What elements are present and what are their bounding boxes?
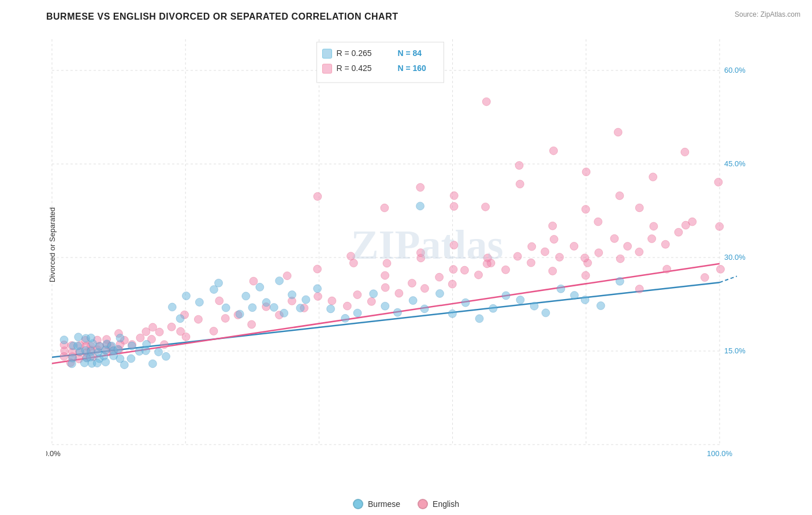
svg-point-73 xyxy=(408,279,416,287)
svg-point-103 xyxy=(616,192,624,200)
svg-point-223 xyxy=(597,302,605,310)
svg-point-216 xyxy=(502,292,510,300)
svg-point-144 xyxy=(717,265,725,273)
svg-point-148 xyxy=(68,360,76,368)
svg-point-102 xyxy=(582,206,590,214)
svg-point-197 xyxy=(275,277,284,285)
svg-point-198 xyxy=(280,309,288,317)
svg-point-92 xyxy=(661,240,669,248)
chart-area: Divorced or Separated ZIPatlas 15.0%30.0… xyxy=(46,28,777,462)
svg-rect-226 xyxy=(316,42,444,83)
svg-point-192 xyxy=(242,292,250,300)
svg-point-139 xyxy=(663,265,671,273)
svg-point-137 xyxy=(582,271,590,279)
svg-point-130 xyxy=(249,277,258,285)
svg-text:45.0%: 45.0% xyxy=(724,159,746,168)
svg-point-129 xyxy=(283,272,291,280)
chart-container: BURMESE VS ENGLISH DIVORCED OR SEPARATED… xyxy=(0,0,812,515)
svg-point-145 xyxy=(60,336,68,344)
svg-point-83 xyxy=(541,248,549,256)
svg-point-208 xyxy=(393,308,401,316)
svg-point-186 xyxy=(182,292,190,300)
svg-rect-227 xyxy=(322,49,331,58)
svg-point-104 xyxy=(314,192,322,200)
legend-english-label: English xyxy=(433,499,459,509)
svg-point-49 xyxy=(136,334,144,342)
svg-text:N = 160: N = 160 xyxy=(397,64,426,73)
svg-point-136 xyxy=(528,242,536,251)
scatter-plot: 15.0%30.0%45.0%60.0%0.0%100.0%R = 0.265N… xyxy=(46,28,777,462)
svg-point-111 xyxy=(681,148,689,156)
svg-point-123 xyxy=(449,266,457,274)
svg-point-58 xyxy=(210,327,218,335)
svg-text:30.0%: 30.0% xyxy=(724,253,746,262)
svg-line-17 xyxy=(52,282,720,357)
svg-point-124 xyxy=(483,260,491,268)
svg-point-185 xyxy=(176,315,184,323)
svg-point-195 xyxy=(262,298,270,307)
svg-point-115 xyxy=(650,222,658,230)
svg-point-180 xyxy=(141,347,150,355)
y-axis-label: Divorced or Separated xyxy=(48,207,57,282)
svg-point-181 xyxy=(148,360,157,368)
svg-point-211 xyxy=(436,289,444,297)
svg-point-68 xyxy=(343,302,351,310)
svg-point-112 xyxy=(714,178,722,186)
svg-point-101 xyxy=(549,222,557,230)
svg-point-107 xyxy=(550,147,558,155)
burmese-dot xyxy=(353,499,363,509)
svg-point-194 xyxy=(256,283,264,291)
svg-point-98 xyxy=(450,192,458,200)
svg-point-95 xyxy=(701,274,709,282)
svg-point-56 xyxy=(182,333,190,341)
svg-text:100.0%: 100.0% xyxy=(707,449,733,458)
svg-point-200 xyxy=(296,304,304,312)
chart-title: BURMESE VS ENGLISH DIVORCED OR SEPARATED… xyxy=(46,12,777,22)
svg-point-203 xyxy=(327,305,335,313)
svg-point-120 xyxy=(383,259,391,267)
svg-point-215 xyxy=(489,304,497,312)
svg-point-173 xyxy=(114,345,122,353)
svg-point-74 xyxy=(420,285,429,293)
svg-point-71 xyxy=(381,283,389,292)
svg-point-135 xyxy=(450,202,458,210)
svg-point-69 xyxy=(353,291,362,299)
svg-point-143 xyxy=(681,221,690,229)
svg-point-109 xyxy=(614,128,622,136)
svg-point-177 xyxy=(127,354,135,363)
svg-point-110 xyxy=(649,173,657,181)
svg-text:60.0%: 60.0% xyxy=(724,66,746,74)
svg-point-122 xyxy=(581,254,589,262)
svg-point-108 xyxy=(582,168,590,176)
svg-point-128 xyxy=(314,265,322,273)
svg-point-225 xyxy=(416,202,424,210)
svg-point-84 xyxy=(556,253,564,261)
svg-point-53 xyxy=(160,341,168,349)
svg-point-210 xyxy=(420,305,429,313)
svg-point-182 xyxy=(155,348,163,356)
svg-point-202 xyxy=(314,285,322,293)
svg-point-99 xyxy=(482,203,490,211)
svg-point-113 xyxy=(482,98,490,106)
svg-point-88 xyxy=(610,234,619,242)
svg-point-175 xyxy=(120,361,128,369)
svg-point-221 xyxy=(571,292,579,300)
svg-point-126 xyxy=(416,249,424,257)
svg-point-125 xyxy=(381,271,389,279)
svg-point-66 xyxy=(314,292,322,300)
svg-point-93 xyxy=(675,228,683,236)
svg-text:N =  84: N = 84 xyxy=(397,48,422,58)
svg-point-77 xyxy=(460,266,468,274)
svg-point-57 xyxy=(194,315,202,323)
svg-point-204 xyxy=(341,314,349,322)
svg-point-151 xyxy=(74,342,82,350)
svg-point-82 xyxy=(527,259,535,267)
svg-point-220 xyxy=(557,285,565,293)
svg-point-160 xyxy=(87,334,95,342)
svg-text:R = 0.265: R = 0.265 xyxy=(336,48,371,58)
svg-point-209 xyxy=(409,297,417,305)
legend-item-burmese: Burmese xyxy=(353,499,400,509)
svg-point-61 xyxy=(248,320,256,329)
svg-point-213 xyxy=(461,298,470,307)
svg-point-72 xyxy=(395,289,403,297)
